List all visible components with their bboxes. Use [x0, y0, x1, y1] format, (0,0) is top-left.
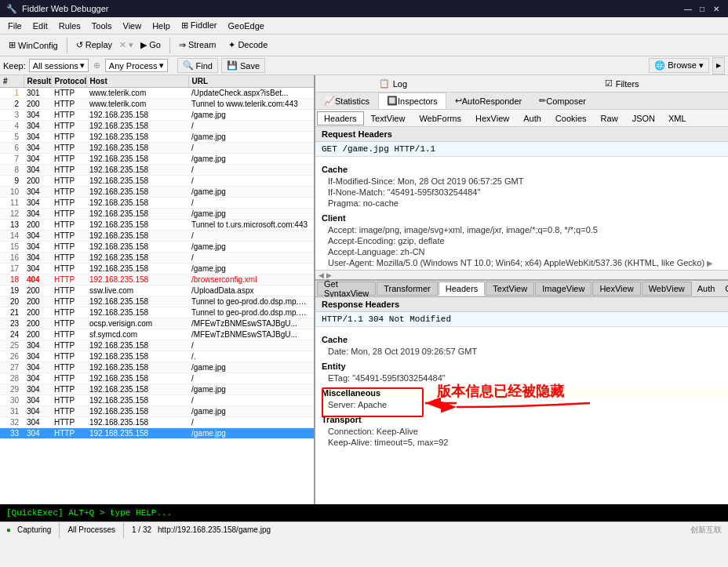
minimize-button[interactable]: — — [682, 3, 693, 14]
btab-auth[interactable]: Auth — [693, 282, 720, 295]
tab-autoresponder[interactable]: ↩ AutoResponder — [446, 93, 530, 109]
table-row[interactable]: 11 304 HTTP 192.168.235.158 / — [0, 198, 314, 209]
cell-result: 304 — [24, 406, 51, 417]
table-row[interactable]: 2 200 HTTP www.telerik.com Tunnel to www… — [0, 99, 314, 110]
table-row[interactable]: 9 200 HTTP 192.168.235.158 / — [0, 176, 314, 187]
browse-button[interactable]: 🌐 Browse ▾ — [649, 58, 709, 73]
menu-view[interactable]: View — [118, 20, 147, 32]
btab-webview[interactable]: WebView — [642, 282, 692, 296]
table-row[interactable]: 17 304 HTTP 192.168.235.158 /game.jpg — [0, 264, 314, 274]
tab-filters[interactable]: ☑ Filters — [595, 75, 650, 92]
close-button[interactable]: ✕ — [711, 3, 722, 14]
btab-getsyntax[interactable]: Get SyntaxView — [317, 282, 376, 296]
menu-rules[interactable]: Rules — [54, 20, 86, 32]
table-row[interactable]: 6 304 HTTP 192.168.235.158 / — [0, 143, 314, 154]
cell-host: 192.168.235.158 — [86, 231, 188, 242]
subtab-json[interactable]: JSON — [625, 111, 662, 125]
menu-edit[interactable]: Edit — [28, 20, 53, 32]
stream-button[interactable]: ⇒ Stream — [173, 38, 222, 53]
find-button[interactable]: 🔍 Find — [177, 58, 218, 73]
col-header-protocol[interactable]: Protocol — [51, 75, 86, 87]
table-row[interactable]: 29 304 HTTP 192.168.235.158 /game.jpg — [0, 384, 314, 395]
col-header-host[interactable]: Host — [86, 75, 188, 87]
subtab-hexview[interactable]: HexView — [468, 111, 516, 125]
table-row[interactable]: 3 304 HTTP 192.168.235.158 /game.jpg — [0, 110, 314, 121]
menu-help[interactable]: Help — [147, 20, 175, 32]
table-row[interactable]: 16 304 HTTP 192.168.235.158 / — [0, 253, 314, 264]
cell-host: 192.168.235.158 — [86, 253, 188, 264]
table-row[interactable]: 24 200 HTTP sf.symcd.com /MFEwTzBNMEswST… — [0, 329, 314, 340]
table-row[interactable]: 13 200 HTTP 192.168.235.158 Tunnel to t.… — [0, 220, 314, 231]
subtab-webforms[interactable]: WebForms — [412, 111, 468, 125]
x-button[interactable]: ✕ ▾ — [119, 40, 133, 50]
table-row[interactable]: 31 304 HTTP 192.168.235.158 /game.jpg — [0, 406, 314, 417]
subtab-auth[interactable]: Auth — [516, 111, 548, 125]
menu-geoedge[interactable]: GeoEdge — [223, 20, 268, 32]
table-row[interactable]: 27 304 HTTP 192.168.235.158 /game.jpg — [0, 362, 314, 373]
replay-button[interactable]: ↺ Replay — [71, 38, 118, 53]
table-row[interactable]: 30 304 HTTP 192.168.235.158 / — [0, 395, 314, 406]
cell-protocol: HTTP — [51, 417, 86, 428]
tab-inspectors[interactable]: 🔲 Inspectors — [378, 93, 446, 109]
btab-textview[interactable]: TextView — [486, 282, 534, 296]
menu-file[interactable]: File — [3, 20, 27, 32]
btab-imageview[interactable]: ImageView — [535, 282, 592, 296]
btab-headers[interactable]: Headers — [439, 282, 486, 296]
table-row[interactable]: 19 200 HTTP ssw.live.com /UploadData.asp… — [0, 285, 314, 296]
table-row[interactable]: 7 304 HTTP 192.168.235.158 /game.jpg — [0, 154, 314, 165]
tab-statistics[interactable]: 📈 Statistics — [315, 93, 378, 109]
header-accept-encoding: Accept-Encoding: gzip, deflate — [322, 235, 728, 246]
col-header-result[interactable]: Result — [24, 75, 51, 87]
header-user-agent: User-Agent: Mozilla/5.0 (Windows NT 10.0… — [322, 257, 728, 268]
table-row[interactable]: 33 304 HTTP 192.168.235.158 /game.jpg — [0, 428, 314, 439]
cell-host: www.telerik.com — [86, 88, 188, 99]
table-row[interactable]: 28 304 HTTP 192.168.235.158 / — [0, 373, 314, 384]
subtab-headers[interactable]: Headers — [317, 111, 364, 125]
quickexec-prompt[interactable]: [QuickExec] ALT+Q > type HELP... — [6, 508, 172, 518]
keep-dropdown[interactable]: All sessions ▾ — [29, 59, 89, 72]
save-button[interactable]: 💾 Save — [221, 58, 265, 73]
h-scrollbar[interactable]: ◀ ▶ — [315, 270, 728, 279]
process-dropdown[interactable]: Any Process ▾ — [105, 59, 168, 72]
table-row[interactable]: 8 304 HTTP 192.168.235.158 / — [0, 165, 314, 176]
col-header-num[interactable]: # — [0, 75, 24, 87]
subtab-raw[interactable]: Raw — [594, 111, 625, 125]
cell-url: /MFEwTzBNMEswSTAJBgU... — [188, 329, 314, 340]
go-button[interactable]: ▶ Go — [135, 38, 166, 53]
table-row[interactable]: 4 304 HTTP 192.168.235.158 / — [0, 121, 314, 132]
table-row[interactable]: 15 304 HTTP 192.168.235.158 /game.jpg — [0, 242, 314, 253]
cell-host: 192.168.235.158 — [86, 220, 188, 231]
btab-hexview[interactable]: HexView — [592, 282, 640, 296]
btab-caching[interactable]: Caching — [720, 282, 728, 295]
col-header-url[interactable]: URL — [188, 75, 314, 87]
winconfig-button[interactable]: ⊞ WinConfig — [3, 38, 64, 53]
menu-tools[interactable]: Tools — [87, 20, 117, 32]
tab-log[interactable]: 📋 Log — [369, 75, 417, 92]
table-row[interactable]: 25 304 HTTP 192.168.235.158 / — [0, 340, 314, 351]
subtab-cookies[interactable]: Cookies — [548, 111, 594, 125]
table-row[interactable]: 14 304 HTTP 192.168.235.158 / — [0, 231, 314, 242]
table-row[interactable]: 18 404 HTTP 192.168.235.158 /browserconf… — [0, 274, 314, 285]
menu-fiddler[interactable]: ⊞ Fiddler — [177, 19, 222, 32]
subtab-xml[interactable]: XML — [662, 112, 693, 125]
table-row[interactable]: 20 200 HTTP 192.168.235.158 Tunnel to ge… — [0, 296, 314, 307]
cell-url: Tunnel to www.telerik.com:443 — [188, 99, 314, 110]
right-scroll-button[interactable]: ▶ — [712, 57, 725, 75]
table-row[interactable]: 10 304 HTTP 192.168.235.158 /game.jpg — [0, 187, 314, 198]
decode-button[interactable]: ✦ Decode — [223, 38, 273, 53]
table-row[interactable]: 21 200 HTTP 192.168.235.158 Tunnel to ge… — [0, 307, 314, 318]
subtab-textview[interactable]: TextView — [364, 111, 413, 125]
winconfig-icon: ⊞ — [9, 40, 16, 50]
cell-protocol: HTTP — [51, 253, 86, 264]
tab-composer[interactable]: ✏ Composer — [530, 93, 595, 109]
table-row[interactable]: 23 200 HTTP ocsp.verisign.com /MFEwTzBNM… — [0, 318, 314, 329]
table-row[interactable]: 5 304 HTTP 192.168.235.158 /game.jpg — [0, 132, 314, 143]
table-row[interactable]: 1 301 HTTP www.telerik.com /UpdateCheck.… — [0, 88, 314, 99]
cell-num: 32 — [0, 417, 24, 428]
maximize-button[interactable]: □ — [697, 3, 708, 14]
table-row[interactable]: 12 304 HTTP 192.168.235.158 /game.jpg — [0, 209, 314, 220]
btab-transformer[interactable]: Transformer — [377, 282, 438, 296]
table-row[interactable]: 32 304 HTTP 192.168.235.158 / — [0, 417, 314, 428]
cell-result: 200 — [24, 307, 51, 318]
table-row[interactable]: 26 304 HTTP 192.168.235.158 /. — [0, 351, 314, 362]
